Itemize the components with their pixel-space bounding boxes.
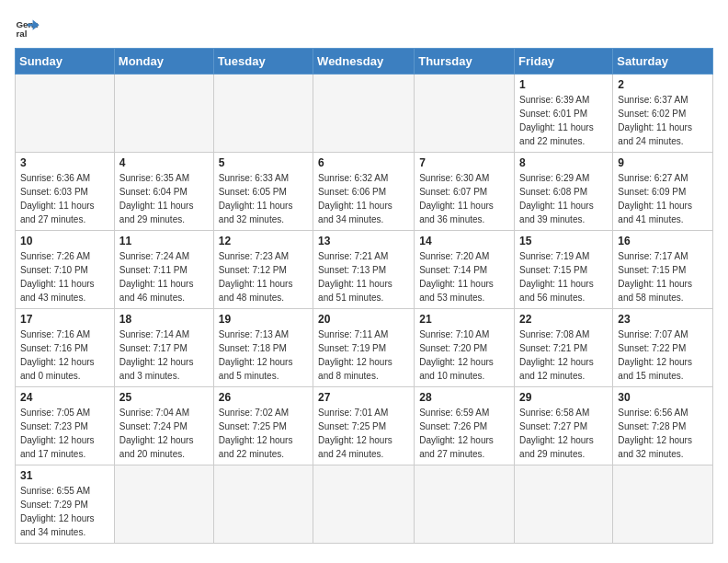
svg-text:ral: ral (16, 29, 27, 39)
day-info: Sunrise: 6:35 AMSunset: 6:04 PMDaylight:… (119, 171, 209, 226)
calendar-day-cell: 30Sunrise: 6:56 AMSunset: 7:28 PMDayligh… (613, 387, 713, 465)
calendar-day-cell: 2Sunrise: 6:37 AMSunset: 6:02 PMDaylight… (613, 75, 713, 153)
calendar-day-cell: 4Sunrise: 6:35 AMSunset: 6:04 PMDaylight… (114, 153, 213, 231)
day-info: Sunrise: 7:20 AMSunset: 7:14 PMDaylight:… (419, 249, 509, 304)
calendar-day-cell: 13Sunrise: 7:21 AMSunset: 7:13 PMDayligh… (313, 231, 415, 309)
day-number: 24 (20, 391, 109, 404)
day-info: Sunrise: 6:32 AMSunset: 6:06 PMDaylight:… (318, 171, 409, 226)
calendar-day-cell: 25Sunrise: 7:04 AMSunset: 7:24 PMDayligh… (114, 387, 213, 465)
day-info: Sunrise: 6:36 AMSunset: 6:03 PMDaylight:… (20, 171, 109, 226)
day-info: Sunrise: 7:21 AMSunset: 7:13 PMDaylight:… (318, 249, 409, 304)
calendar-day-cell: 12Sunrise: 7:23 AMSunset: 7:12 PMDayligh… (213, 231, 313, 309)
day-info: Sunrise: 6:29 AMSunset: 6:08 PMDaylight:… (519, 171, 608, 226)
calendar-day-cell: 24Sunrise: 7:05 AMSunset: 7:23 PMDayligh… (16, 387, 115, 465)
day-number: 21 (419, 313, 509, 326)
day-number: 2 (618, 78, 708, 91)
day-info: Sunrise: 6:56 AMSunset: 7:28 PMDaylight:… (618, 406, 708, 461)
calendar-day-cell (213, 465, 313, 544)
day-number: 30 (618, 391, 708, 404)
day-number: 25 (119, 391, 209, 404)
day-info: Sunrise: 7:04 AMSunset: 7:24 PMDaylight:… (119, 406, 209, 461)
day-info: Sunrise: 7:05 AMSunset: 7:23 PMDaylight:… (20, 406, 109, 461)
day-info: Sunrise: 7:08 AMSunset: 7:21 PMDaylight:… (519, 327, 608, 383)
day-info: Sunrise: 6:59 AMSunset: 7:26 PMDaylight:… (419, 406, 509, 461)
day-info: Sunrise: 7:01 AMSunset: 7:25 PMDaylight:… (318, 406, 409, 461)
day-number: 6 (318, 156, 409, 169)
day-info: Sunrise: 7:23 AMSunset: 7:12 PMDaylight:… (219, 249, 308, 304)
calendar-day-cell: 28Sunrise: 6:59 AMSunset: 7:26 PMDayligh… (415, 387, 515, 465)
day-number: 8 (519, 156, 608, 169)
day-number: 13 (318, 235, 409, 247)
weekday-header: Monday (114, 49, 213, 75)
calendar-header-row: SundayMondayTuesdayWednesdayThursdayFrid… (16, 49, 713, 75)
day-info: Sunrise: 6:27 AMSunset: 6:09 PMDaylight:… (618, 171, 708, 226)
day-info: Sunrise: 6:37 AMSunset: 6:02 PMDaylight:… (618, 93, 708, 148)
calendar-day-cell: 6Sunrise: 6:32 AMSunset: 6:06 PMDaylight… (313, 153, 415, 231)
calendar-day-cell: 18Sunrise: 7:14 AMSunset: 7:17 PMDayligh… (114, 309, 213, 387)
day-info: Sunrise: 6:55 AMSunset: 7:29 PMDaylight:… (20, 484, 109, 539)
weekday-header: Tuesday (213, 49, 313, 75)
day-number: 28 (419, 391, 509, 404)
day-number: 3 (20, 156, 109, 169)
calendar-day-cell: 5Sunrise: 6:33 AMSunset: 6:05 PMDaylight… (213, 153, 313, 231)
calendar-day-cell: 27Sunrise: 7:01 AMSunset: 7:25 PMDayligh… (313, 387, 415, 465)
logo: Gene ral (15, 15, 44, 40)
calendar-day-cell: 16Sunrise: 7:17 AMSunset: 7:15 PMDayligh… (613, 231, 713, 309)
day-number: 27 (318, 391, 409, 404)
calendar-week-row: 1Sunrise: 6:39 AMSunset: 6:01 PMDaylight… (16, 75, 713, 153)
calendar-day-cell: 1Sunrise: 6:39 AMSunset: 6:01 PMDaylight… (515, 75, 613, 153)
day-info: Sunrise: 7:26 AMSunset: 7:10 PMDaylight:… (20, 249, 109, 304)
day-info: Sunrise: 7:13 AMSunset: 7:18 PMDaylight:… (219, 327, 308, 383)
day-number: 1 (519, 78, 608, 91)
day-number: 29 (519, 391, 608, 404)
day-info: Sunrise: 7:16 AMSunset: 7:16 PMDaylight:… (20, 327, 109, 383)
calendar-table: SundayMondayTuesdayWednesdayThursdayFrid… (15, 48, 713, 544)
day-number: 10 (20, 235, 109, 247)
day-number: 20 (318, 313, 409, 326)
calendar-week-row: 10Sunrise: 7:26 AMSunset: 7:10 PMDayligh… (16, 231, 713, 309)
calendar-day-cell: 26Sunrise: 7:02 AMSunset: 7:25 PMDayligh… (213, 387, 313, 465)
weekday-header: Sunday (16, 49, 115, 75)
calendar-day-cell: 15Sunrise: 7:19 AMSunset: 7:15 PMDayligh… (515, 231, 613, 309)
calendar-day-cell: 8Sunrise: 6:29 AMSunset: 6:08 PMDaylight… (515, 153, 613, 231)
day-number: 9 (618, 156, 708, 169)
calendar-day-cell (515, 465, 613, 544)
day-number: 16 (618, 235, 708, 247)
weekday-header: Thursday (415, 49, 515, 75)
day-info: Sunrise: 6:30 AMSunset: 6:07 PMDaylight:… (419, 171, 509, 226)
calendar-day-cell: 23Sunrise: 7:07 AMSunset: 7:22 PMDayligh… (613, 309, 713, 387)
day-info: Sunrise: 7:24 AMSunset: 7:11 PMDaylight:… (119, 249, 209, 304)
calendar-day-cell (313, 75, 415, 153)
calendar-day-cell: 7Sunrise: 6:30 AMSunset: 6:07 PMDaylight… (415, 153, 515, 231)
calendar-day-cell (415, 75, 515, 153)
day-number: 17 (20, 313, 109, 326)
day-number: 18 (119, 313, 209, 326)
day-number: 7 (419, 156, 509, 169)
calendar-day-cell (16, 75, 115, 153)
weekday-header: Friday (515, 49, 613, 75)
day-info: Sunrise: 7:19 AMSunset: 7:15 PMDaylight:… (519, 249, 608, 304)
calendar-week-row: 24Sunrise: 7:05 AMSunset: 7:23 PMDayligh… (16, 387, 713, 465)
day-number: 14 (419, 235, 509, 247)
calendar-day-cell (114, 465, 213, 544)
day-info: Sunrise: 7:07 AMSunset: 7:22 PMDaylight:… (618, 327, 708, 383)
day-number: 15 (519, 235, 608, 247)
day-number: 23 (618, 313, 708, 326)
day-number: 31 (20, 469, 109, 482)
day-number: 26 (219, 391, 308, 404)
day-info: Sunrise: 7:10 AMSunset: 7:20 PMDaylight:… (419, 327, 509, 383)
weekday-header: Wednesday (313, 49, 415, 75)
calendar-day-cell: 11Sunrise: 7:24 AMSunset: 7:11 PMDayligh… (114, 231, 213, 309)
calendar-day-cell: 14Sunrise: 7:20 AMSunset: 7:14 PMDayligh… (415, 231, 515, 309)
calendar-day-cell: 17Sunrise: 7:16 AMSunset: 7:16 PMDayligh… (16, 309, 115, 387)
day-info: Sunrise: 7:14 AMSunset: 7:17 PMDaylight:… (119, 327, 209, 383)
day-info: Sunrise: 6:58 AMSunset: 7:27 PMDaylight:… (519, 406, 608, 461)
calendar-day-cell: 20Sunrise: 7:11 AMSunset: 7:19 PMDayligh… (313, 309, 415, 387)
day-number: 4 (119, 156, 209, 169)
day-info: Sunrise: 7:11 AMSunset: 7:19 PMDaylight:… (318, 327, 409, 383)
calendar-day-cell: 3Sunrise: 6:36 AMSunset: 6:03 PMDaylight… (16, 153, 115, 231)
calendar-day-cell: 19Sunrise: 7:13 AMSunset: 7:18 PMDayligh… (213, 309, 313, 387)
calendar-day-cell: 10Sunrise: 7:26 AMSunset: 7:10 PMDayligh… (16, 231, 115, 309)
calendar-day-cell: 31Sunrise: 6:55 AMSunset: 7:29 PMDayligh… (16, 465, 115, 544)
calendar-day-cell (613, 465, 713, 544)
